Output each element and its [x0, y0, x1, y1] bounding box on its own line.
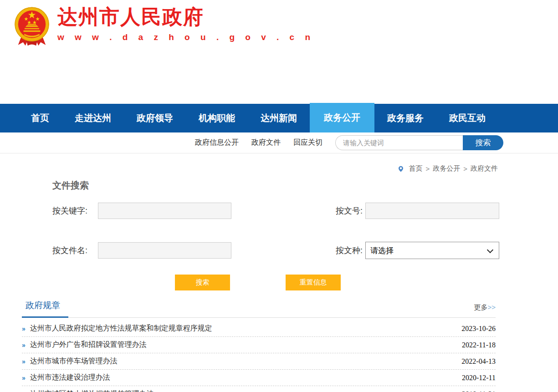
list-item: » 达州市违法建设治理办法 2020-12-11: [22, 370, 496, 386]
keyword-field-label: 按关键字:: [52, 205, 98, 216]
file-search-title: 文件搜索: [52, 179, 497, 192]
sub-nav: 政府信息公开 政府文件 回应关切 搜索: [0, 132, 558, 153]
nav-item-government-affairs-disclosure[interactable]: 政务公开: [310, 103, 374, 132]
file-search-submit-button[interactable]: 搜索: [175, 275, 230, 290]
breadcrumb-separator: >: [463, 165, 467, 173]
regulation-title: 达州市城区禁止燃放烟花爆竹管理办法: [30, 389, 154, 392]
document-type-select-wrap: 请选择: [365, 242, 499, 259]
document-number-field-input[interactable]: [365, 203, 499, 219]
location-pin-icon: [397, 165, 404, 173]
breadcrumb-separator: >: [425, 165, 430, 173]
regulation-date: 2022-11-18: [462, 341, 496, 349]
arrow-bullet-icon: »: [22, 341, 26, 349]
subnav-link-government-documents[interactable]: 政府文件: [251, 138, 281, 148]
subnav-link-responding-to-concerns[interactable]: 回应关切: [293, 138, 323, 148]
arrow-bullet-icon: »: [22, 325, 26, 332]
list-item: » 达州市户外广告和招牌设置管理办法 2022-11-18: [22, 337, 496, 353]
breadcrumb-home[interactable]: 首页: [409, 164, 422, 173]
arrow-bullet-icon: »: [22, 358, 26, 365]
regulation-link[interactable]: » 达州市户外广告和招牌设置管理办法: [22, 340, 147, 350]
site-title: 达州市人民政府: [57, 5, 314, 29]
list-item: » 达州市城区禁止燃放烟花爆竹管理办法 2019-11-21: [22, 386, 496, 392]
regulations-section: 政府规章 更多>> » 达州市人民政府拟定地方性法规草案和制定规章程序规定 20…: [22, 300, 496, 392]
keyword-field-input[interactable]: [98, 203, 231, 219]
document-type-select[interactable]: 请选择: [365, 242, 499, 259]
regulation-link[interactable]: » 达州市城区禁止燃放烟花爆竹管理办法: [22, 389, 154, 392]
filename-field-label: 按文件名:: [52, 245, 98, 256]
regulations-header: 政府规章 更多>>: [22, 300, 496, 318]
regulation-date: 2022-04-13: [461, 357, 496, 366]
file-search-section: 文件搜索 按关键字: 按文号: 按文件名: 按文种: 请选择 搜索 重置信息: [52, 179, 497, 290]
nav-item-institutional-functions[interactable]: 机构职能: [186, 104, 248, 132]
nav-item-dazhou-news[interactable]: 达州新闻: [248, 104, 310, 132]
document-number-field-label: 按文号:: [322, 205, 365, 216]
breadcrumb: 首页 > 政务公开 > 政府文件: [0, 164, 558, 173]
nav-item-citizen-interaction[interactable]: 政民互动: [436, 104, 498, 132]
regulation-link[interactable]: » 达州市违法建设治理办法: [22, 373, 110, 382]
regulation-title: 达州市人民政府拟定地方性法规草案和制定规章程序规定: [30, 324, 212, 333]
site-identity: 达州市人民政府 w w w . d a z h o u . g o v . c …: [57, 5, 314, 42]
list-item: » 达州市人民政府拟定地方性法规草案和制定规章程序规定 2023-10-26: [22, 321, 496, 337]
regulation-title: 达州市户外广告和招牌设置管理办法: [30, 340, 147, 350]
site-header: 达州市人民政府 w w w . d a z h o u . g o v . c …: [0, 0, 558, 104]
regulation-link[interactable]: » 达州市城市停车场管理办法: [22, 356, 118, 366]
file-search-actions: 搜索 重置信息: [52, 275, 497, 290]
regulation-title: 达州市城市停车场管理办法: [30, 356, 118, 366]
site-url: w w w . d a z h o u . g o v . c n: [57, 32, 314, 42]
subnav-link-government-info-disclosure[interactable]: 政府信息公开: [195, 138, 239, 148]
tab-government-regulations[interactable]: 政府规章: [22, 300, 68, 318]
document-type-field-label: 按文种:: [322, 245, 365, 256]
more-link-arrows: >>: [487, 303, 496, 311]
more-link-label: 更多: [474, 303, 487, 311]
main-nav: 首页 走进达州 政府领导 机构职能 达州新闻 政务公开 政务服务 政民互动: [0, 104, 558, 132]
arrow-bullet-icon: »: [22, 391, 26, 392]
regulation-date: 2019-11-21: [462, 390, 496, 392]
breadcrumb-government-documents[interactable]: 政府文件: [471, 164, 498, 173]
national-emblem-logo: [13, 5, 51, 50]
file-search-form: 按关键字: 按文号: 按文件名: 按文种: 请选择: [52, 203, 497, 259]
nav-item-government-services[interactable]: 政务服务: [374, 104, 436, 132]
quick-search-button[interactable]: 搜索: [463, 135, 503, 150]
arrow-bullet-icon: »: [22, 374, 26, 382]
keyword-search-input[interactable]: [335, 135, 463, 150]
list-item: » 达州市城市停车场管理办法 2022-04-13: [22, 353, 496, 370]
regulations-list: » 达州市人民政府拟定地方性法规草案和制定规章程序规定 2023-10-26 »…: [22, 321, 496, 392]
breadcrumb-government-affairs[interactable]: 政务公开: [433, 164, 460, 173]
nav-item-about-dazhou[interactable]: 走进达州: [62, 104, 124, 132]
regulation-title: 达州市违法建设治理办法: [30, 373, 110, 382]
nav-item-home[interactable]: 首页: [18, 104, 62, 132]
regulation-date: 2020-12-11: [462, 374, 496, 382]
regulation-link[interactable]: » 达州市人民政府拟定地方性法规草案和制定规章程序规定: [22, 324, 212, 333]
more-link[interactable]: 更多>>: [474, 303, 496, 317]
quick-search: 搜索: [335, 135, 503, 150]
filename-field-input[interactable]: [98, 242, 231, 259]
nav-item-government-leaders[interactable]: 政府领导: [124, 104, 186, 132]
regulation-date: 2023-10-26: [461, 325, 496, 333]
file-search-reset-button[interactable]: 重置信息: [286, 275, 341, 290]
